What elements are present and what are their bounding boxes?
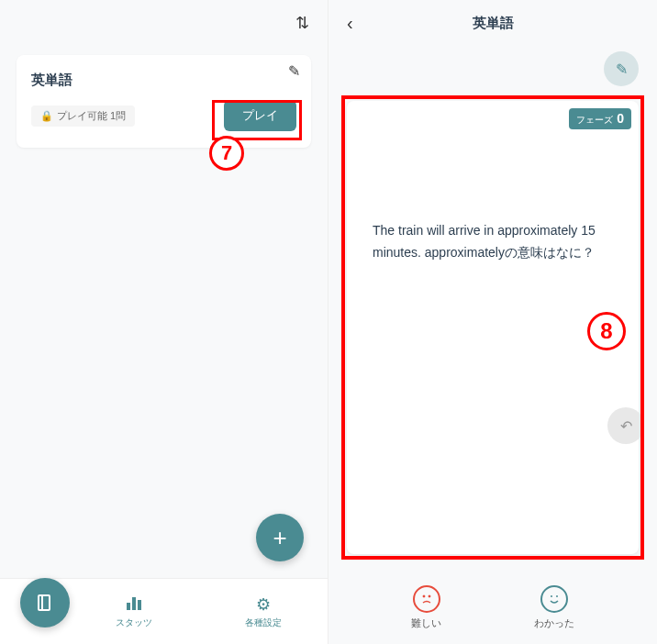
- add-fab[interactable]: +: [256, 514, 304, 561]
- annotation-marker-8: 8: [587, 312, 626, 350]
- nav-settings-button[interactable]: ⚙ 各種設定: [199, 594, 328, 629]
- top-bar: ‹ 英単語: [328, 0, 657, 46]
- deck-title: 英単語: [31, 72, 296, 89]
- bottom-nav: スタッツ ⚙ 各種設定: [0, 578, 328, 644]
- pencil-icon[interactable]: ✎: [288, 62, 300, 80]
- frown-icon: [413, 585, 440, 613]
- nav-decks-button[interactable]: [20, 578, 70, 627]
- edit-card-button[interactable]: ✎: [604, 51, 639, 86]
- back-icon[interactable]: ‹: [347, 13, 353, 34]
- easy-button[interactable]: わかった: [534, 585, 574, 630]
- deck-card-footer: 🔒 プレイ可能 1問 プレイ: [31, 100, 296, 131]
- phase-value: 0: [617, 111, 624, 126]
- sort-icon[interactable]: ⇅: [295, 13, 309, 33]
- gear-icon: ⚙: [256, 594, 271, 615]
- undo-icon: ↶: [620, 417, 632, 435]
- phase-badge: フェーズ 0: [569, 108, 631, 129]
- svg-rect-2: [127, 603, 130, 610]
- phase-label: フェーズ: [576, 114, 613, 127]
- deck-list-screen: ⇅ ✎ 英単語 🔒 プレイ可能 1問 プレイ 7 +: [0, 0, 328, 644]
- pencil-icon: ✎: [616, 61, 628, 78]
- svg-rect-3: [132, 597, 136, 610]
- hard-label: 難しい: [411, 616, 441, 630]
- plus-icon: +: [273, 524, 286, 552]
- smile-face-icon: [546, 591, 562, 607]
- cards-icon: [34, 592, 56, 614]
- flashcard-area: フェーズ 0 The train will arrive in approxim…: [341, 95, 644, 560]
- flashcard[interactable]: フェーズ 0 The train will arrive in approxim…: [347, 101, 639, 554]
- bar-chart-icon: [125, 594, 143, 610]
- easy-label: わかった: [534, 616, 574, 630]
- play-available-chip: 🔒 プレイ可能 1問: [31, 105, 135, 127]
- svg-point-10: [556, 595, 558, 597]
- nav-stats-label: スタッツ: [116, 616, 152, 629]
- question-text: The train will arrive in approximately 1…: [373, 220, 613, 264]
- nav-stats-button[interactable]: スタッツ: [70, 594, 199, 629]
- stats-icon: [125, 594, 143, 615]
- answer-bar: 難しい わかった: [328, 571, 657, 644]
- flashcard-screen: ‹ 英単語 ✎ フェーズ 0 The train will arrive in …: [328, 0, 657, 644]
- deck-card[interactable]: ✎ 英単語 🔒 プレイ可能 1問 プレイ: [17, 55, 311, 148]
- frown-face-icon: [418, 591, 435, 607]
- top-bar: ⇅: [0, 0, 328, 46]
- svg-rect-0: [39, 595, 50, 610]
- play-button[interactable]: プレイ: [224, 100, 296, 131]
- smile-icon: [540, 585, 568, 613]
- annotation-marker-7: 7: [209, 136, 244, 171]
- nav-settings-label: 各種設定: [245, 616, 282, 629]
- undo-button[interactable]: ↶: [607, 407, 644, 444]
- lock-icon: 🔒: [40, 110, 53, 122]
- chip-text: プレイ可能 1問: [57, 109, 126, 123]
- svg-rect-4: [138, 600, 141, 610]
- svg-point-9: [551, 595, 552, 597]
- hard-button[interactable]: 難しい: [411, 585, 441, 630]
- page-title: 英単語: [473, 15, 514, 32]
